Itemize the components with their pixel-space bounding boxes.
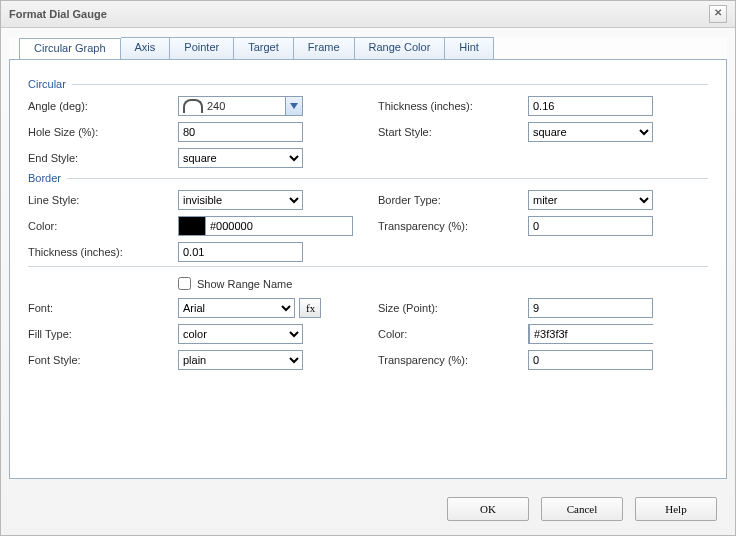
text-color-input[interactable] xyxy=(530,325,676,343)
ok-button[interactable]: OK xyxy=(447,497,529,521)
rule xyxy=(28,266,708,267)
show-range-row: Show Range Name xyxy=(178,277,708,290)
label-line-style: Line Style: xyxy=(28,194,178,206)
label-text-color: Color: xyxy=(378,328,528,340)
tab-circular-graph[interactable]: Circular Graph xyxy=(19,38,121,60)
label-hole: Hole Size (%): xyxy=(28,126,178,138)
text-color-field[interactable] xyxy=(528,324,653,344)
label-font: Font: xyxy=(28,302,178,314)
tab-label: Hint xyxy=(459,41,479,53)
label-fill-type: Fill Type: xyxy=(28,328,178,340)
dialog-title: Format Dial Gauge xyxy=(9,1,107,27)
label-font-style: Font Style: xyxy=(28,354,178,366)
end-style-select[interactable]: square xyxy=(178,148,303,168)
fx-button[interactable]: fx xyxy=(299,298,321,318)
label-end-style: End Style: xyxy=(28,152,178,164)
tab-label: Target xyxy=(248,41,279,53)
label-start-style: Start Style: xyxy=(378,126,528,138)
section-border: Border xyxy=(28,172,708,184)
size-pt-input[interactable] xyxy=(528,298,653,318)
dialog-body: Circular Graph Axis Pointer Target Frame… xyxy=(9,37,727,479)
text-grid: Font: Arial fx Size (Point): Fill Type: … xyxy=(28,298,708,370)
section-divider xyxy=(28,266,708,267)
label-border-type: Border Type: xyxy=(378,194,528,206)
format-dial-gauge-dialog: Format Dial Gauge ✕ Circular Graph Axis … xyxy=(0,0,736,536)
label-angle: Angle (deg): xyxy=(28,100,178,112)
tab-target[interactable]: Target xyxy=(234,37,294,59)
gauge-icon xyxy=(183,99,203,113)
border-grid: Line Style: invisible Border Type: miter… xyxy=(28,190,708,262)
label-color: Color: xyxy=(28,220,178,232)
tab-pointer[interactable]: Pointer xyxy=(170,37,234,59)
rule xyxy=(72,84,708,85)
titlebar: Format Dial Gauge ✕ xyxy=(1,1,735,28)
help-button[interactable]: Help xyxy=(635,497,717,521)
border-type-select[interactable]: miter xyxy=(528,190,653,210)
font-select[interactable]: Arial xyxy=(178,298,295,318)
circular-grid: Angle (deg): 240 Thickness (inches): Hol… xyxy=(28,96,708,168)
border-thickness-input[interactable] xyxy=(178,242,303,262)
fill-type-select[interactable]: color xyxy=(178,324,303,344)
text-transparency-input[interactable] xyxy=(528,350,653,370)
label-transparency: Transparency (%): xyxy=(378,220,528,232)
tab-label: Axis xyxy=(135,41,156,53)
close-icon[interactable]: ✕ xyxy=(709,5,727,23)
border-color-input[interactable] xyxy=(206,217,352,235)
button-bar: OK Cancel Help xyxy=(447,497,717,521)
show-range-checkbox[interactable] xyxy=(178,277,191,290)
tab-strip: Circular Graph Axis Pointer Target Frame… xyxy=(19,37,727,59)
tab-label: Range Color xyxy=(369,41,431,53)
border-transparency-input[interactable] xyxy=(528,216,653,236)
angle-value: 240 xyxy=(207,100,285,112)
label-border-thickness: Thickness (inches): xyxy=(28,246,178,258)
tab-range-color[interactable]: Range Color xyxy=(355,37,446,59)
line-style-select[interactable]: invisible xyxy=(178,190,303,210)
tab-label: Frame xyxy=(308,41,340,53)
tab-label: Circular Graph xyxy=(34,42,106,54)
section-circular: Circular xyxy=(28,78,708,90)
hole-size-input[interactable] xyxy=(178,122,303,142)
tab-axis[interactable]: Axis xyxy=(121,37,171,59)
label-show-range: Show Range Name xyxy=(197,278,292,290)
thickness-input[interactable] xyxy=(528,96,653,116)
angle-combo[interactable]: 240 xyxy=(178,96,303,116)
cancel-button[interactable]: Cancel xyxy=(541,497,623,521)
tab-label: Pointer xyxy=(184,41,219,53)
rule xyxy=(67,178,708,179)
section-label: Border xyxy=(28,172,61,184)
tab-frame[interactable]: Frame xyxy=(294,37,355,59)
tab-hint[interactable]: Hint xyxy=(445,37,494,59)
label-text-transparency: Transparency (%): xyxy=(378,354,528,366)
font-style-select[interactable]: plain xyxy=(178,350,303,370)
start-style-select[interactable]: square xyxy=(528,122,653,142)
border-color-field[interactable] xyxy=(178,216,353,236)
label-thickness: Thickness (inches): xyxy=(378,100,528,112)
label-size-pt: Size (Point): xyxy=(378,302,528,314)
tab-pane-circular-graph: Circular Angle (deg): 240 Thickness (inc… xyxy=(9,59,727,479)
chevron-down-icon[interactable] xyxy=(285,97,302,115)
color-swatch xyxy=(179,217,206,235)
section-label: Circular xyxy=(28,78,66,90)
